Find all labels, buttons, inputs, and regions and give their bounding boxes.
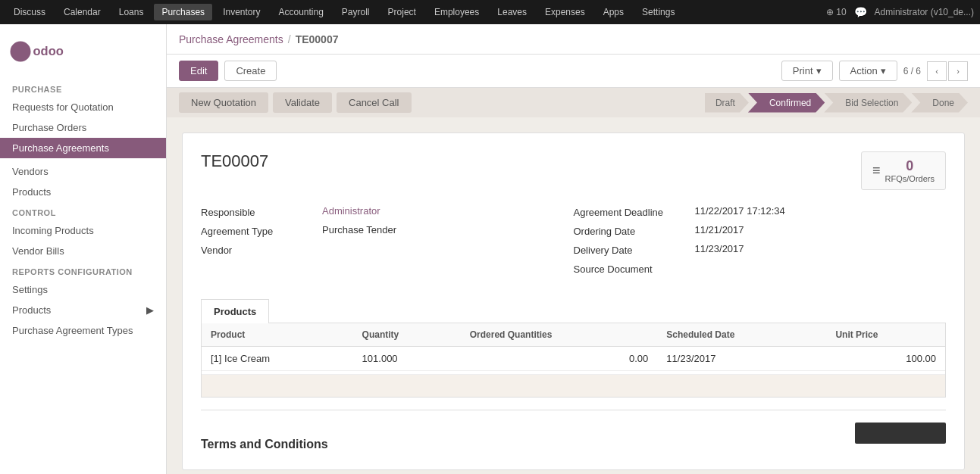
nav-settings[interactable]: Settings xyxy=(634,4,682,20)
value-delivery-date: 11/23/2017 xyxy=(695,243,744,254)
nav-project[interactable]: Project xyxy=(380,4,424,20)
nav-purchases[interactable]: Purchases xyxy=(154,4,212,20)
odoo-logo: odoo xyxy=(9,36,77,67)
label-vendor: Vendor xyxy=(201,243,322,256)
rfq-orders-button[interactable]: ≡ 0 RFQs/Orders xyxy=(861,151,946,190)
breadcrumb-parent[interactable]: Purchase Agreements xyxy=(179,33,283,45)
nav-employees[interactable]: Employees xyxy=(427,4,487,20)
pipeline-step-draft[interactable]: Draft xyxy=(705,93,749,113)
pipeline: Draft Confirmed Bid Selection Done xyxy=(705,93,968,113)
label-delivery-date: Delivery Date xyxy=(574,243,695,256)
label-agreement-type: Agreement Type xyxy=(201,224,322,237)
pipeline-step-bid-selection[interactable]: Bid Selection xyxy=(824,93,912,113)
action-button[interactable]: Action ▾ xyxy=(839,61,897,81)
nav-arrows: ‹ › xyxy=(927,61,968,81)
label-source-document: Source Document xyxy=(574,262,695,275)
terms-title: Terms and Conditions xyxy=(201,438,328,451)
sidebar-item-requests-for-quotation[interactable]: Requests for Quotation xyxy=(0,97,166,117)
sidebar-item-incoming-products[interactable]: Incoming Products xyxy=(0,220,166,241)
sidebar: odoo Purchase Requests for Quotation Pur… xyxy=(0,24,167,474)
pipeline-step-done[interactable]: Done xyxy=(911,93,968,113)
cell-unit-price: 100.00 xyxy=(826,347,945,371)
chat-icon[interactable]: 💬 xyxy=(854,6,867,18)
cell-quantity: 101.000 xyxy=(353,347,461,371)
breadcrumb-current: TE00007 xyxy=(296,33,339,45)
nav-expenses[interactable]: Expenses xyxy=(537,4,593,20)
cancel-call-button[interactable]: Cancel Call xyxy=(337,92,411,113)
products-table: Product Quantity Ordered Quantities Sche… xyxy=(202,323,945,371)
form-col-left: Responsible Administrator Agreement Type… xyxy=(201,205,574,281)
rfq-count: 0 xyxy=(906,158,913,174)
sidebar-item-products-config[interactable]: Products ▶ xyxy=(0,300,166,320)
pagination-container: 6 / 6 ‹ › xyxy=(903,61,968,81)
chevron-right-icon: ▶ xyxy=(146,304,154,316)
action-dropdown-icon: ▾ xyxy=(881,65,886,76)
form-title: TE00007 xyxy=(201,151,268,171)
new-quotation-button[interactable]: New Quotation xyxy=(179,92,268,113)
form-fields: Responsible Administrator Agreement Type… xyxy=(201,205,946,281)
form-col-right: Agreement Deadline 11/22/2017 17:12:34 O… xyxy=(574,205,947,281)
main-layout: odoo Purchase Requests for Quotation Pur… xyxy=(0,24,980,474)
pipeline-step-confirmed[interactable]: Confirmed xyxy=(748,93,825,113)
field-agreement-type: Agreement Type Purchase Tender xyxy=(201,224,574,237)
logo-container: odoo xyxy=(0,24,166,79)
sidebar-item-products-purchase[interactable]: Products xyxy=(0,182,166,202)
table-row[interactable]: [1] Ice Cream 101.000 0.00 11/23/2017 10… xyxy=(202,347,945,371)
field-delivery-date: Delivery Date 11/23/2017 xyxy=(574,243,947,256)
sidebar-item-settings[interactable]: Settings xyxy=(0,279,166,300)
toolbar: Edit Create Print ▾ Action ▾ 6 / 6 ‹ › xyxy=(167,55,980,88)
field-responsible: Responsible Administrator xyxy=(201,205,574,218)
nav-discuss[interactable]: Discuss xyxy=(6,4,53,20)
label-ordering-date: Ordering Date xyxy=(574,224,695,237)
validate-button[interactable]: Validate xyxy=(273,92,332,113)
edit-button[interactable]: Edit xyxy=(179,61,218,81)
svg-text:odoo: odoo xyxy=(33,44,64,58)
nav-apps[interactable]: Apps xyxy=(596,4,631,20)
svg-point-0 xyxy=(11,42,31,62)
content-area: Purchase Agreements / TE00007 Edit Creat… xyxy=(167,24,980,474)
cell-product: [1] Ice Cream xyxy=(202,347,353,371)
table-header-row: Product Quantity Ordered Quantities Sche… xyxy=(202,323,945,347)
print-button[interactable]: Print ▾ xyxy=(781,61,833,81)
sidebar-item-purchase-agreement-types[interactable]: Purchase Agreement Types xyxy=(0,320,166,341)
breadcrumb-separator: / xyxy=(288,33,291,45)
field-agreement-deadline: Agreement Deadline 11/22/2017 17:12:34 xyxy=(574,205,947,218)
sidebar-item-purchase-orders[interactable]: Purchase Orders xyxy=(0,117,166,138)
sidebar-section-reports: Reports Configuration xyxy=(0,261,166,279)
field-ordering-date: Ordering Date 11/21/2017 xyxy=(574,224,947,237)
pagination-text: 6 / 6 xyxy=(903,66,921,76)
col-quantity: Quantity xyxy=(353,323,461,347)
form-area: TE00007 ≡ 0 RFQs/Orders Responsible xyxy=(167,117,980,474)
sidebar-item-vendor-bills[interactable]: Vendor Bills xyxy=(0,241,166,261)
breadcrumb: Purchase Agreements / TE00007 xyxy=(167,24,980,55)
nav-payroll[interactable]: Payroll xyxy=(334,4,377,20)
create-button[interactable]: Create xyxy=(224,61,277,81)
print-dropdown-icon: ▾ xyxy=(816,65,822,76)
tabs: Products xyxy=(201,299,946,323)
nav-loans[interactable]: Loans xyxy=(111,4,152,20)
nav-inventory[interactable]: Inventory xyxy=(215,4,268,20)
nav-accounting[interactable]: Accounting xyxy=(271,4,330,20)
user-menu[interactable]: Administrator (v10_de...) xyxy=(875,7,974,17)
form-card: TE00007 ≡ 0 RFQs/Orders Responsible xyxy=(182,133,965,470)
nav-leaves[interactable]: Leaves xyxy=(490,4,534,20)
nav-calendar[interactable]: Calendar xyxy=(56,4,108,20)
tab-content-products: Product Quantity Ordered Quantities Sche… xyxy=(201,323,946,398)
status-bar: New Quotation Validate Cancel Call Draft… xyxy=(167,88,980,117)
next-button[interactable]: › xyxy=(948,61,968,81)
notification-icon[interactable]: ⊕ 10 xyxy=(826,7,847,17)
value-agreement-type: Purchase Tender xyxy=(322,224,396,235)
top-nav-right: ⊕ 10 💬 Administrator (v10_de...) xyxy=(826,6,974,18)
prev-button[interactable]: ‹ xyxy=(927,61,947,81)
value-responsible[interactable]: Administrator xyxy=(322,205,380,217)
tab-products[interactable]: Products xyxy=(201,299,269,323)
sidebar-item-vendors[interactable]: Vendors xyxy=(0,161,166,182)
sidebar-section-purchase: Purchase xyxy=(0,79,166,97)
terms-button[interactable] xyxy=(855,423,946,444)
label-agreement-deadline: Agreement Deadline xyxy=(574,205,695,218)
value-ordering-date: 11/21/2017 xyxy=(695,224,744,235)
sidebar-item-purchase-agreements[interactable]: Purchase Agreements xyxy=(0,138,166,158)
col-product: Product xyxy=(202,323,353,347)
top-navigation: Discuss Calendar Loans Purchases Invento… xyxy=(0,0,980,24)
field-source-document: Source Document xyxy=(574,262,947,275)
